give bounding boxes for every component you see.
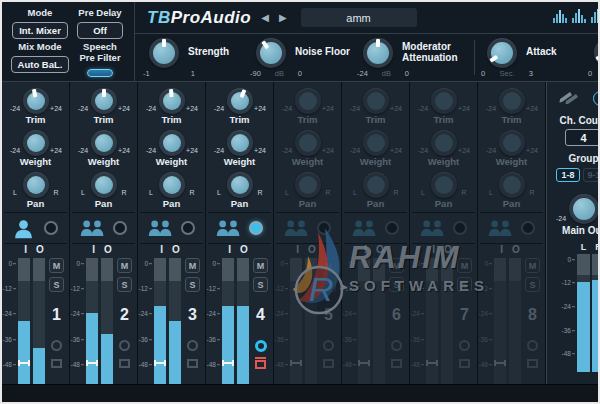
mute-button[interactable]: M	[525, 258, 540, 273]
mute-button[interactable]: M	[185, 258, 200, 273]
open-mic-indicator	[323, 340, 334, 351]
channel-select-radio[interactable]	[317, 221, 331, 235]
preset-selector[interactable]: amm	[301, 8, 417, 27]
solo-button[interactable]: S	[389, 277, 404, 292]
participants-icon[interactable]	[284, 220, 309, 237]
mute-button[interactable]: M	[117, 258, 132, 273]
gate-threshold-marker[interactable]	[426, 362, 438, 364]
weight-knob[interactable]	[431, 130, 457, 156]
mute-button[interactable]: M	[253, 258, 268, 273]
attack-knob[interactable]	[487, 38, 517, 68]
channel-select-radio[interactable]	[113, 221, 127, 235]
gate-threshold-marker[interactable]	[494, 362, 506, 364]
noise-floor-knob[interactable]	[256, 38, 286, 68]
pan-knob[interactable]	[23, 172, 49, 198]
trim-knob[interactable]	[227, 88, 253, 114]
mix-mode-select-button[interactable]: Auto BaL.	[11, 56, 70, 73]
gate-threshold-marker[interactable]	[358, 362, 370, 364]
participants-icon[interactable]	[488, 220, 513, 237]
solo-button[interactable]: S	[321, 277, 336, 292]
speech-pre-filter-label: Speech Pre Filter	[79, 42, 120, 64]
preset-prev-icon[interactable]: ◀	[261, 12, 269, 23]
gate-threshold-marker[interactable]	[222, 362, 234, 364]
weight-knob[interactable]	[23, 130, 49, 156]
solo-button[interactable]: S	[49, 277, 64, 292]
hold-knob[interactable]	[594, 38, 600, 68]
participants-icon[interactable]	[216, 220, 241, 237]
channel-select-radio[interactable]	[521, 221, 535, 235]
weight-knob[interactable]	[499, 130, 525, 156]
mute-button[interactable]: M	[457, 258, 472, 273]
weight-control: -24 +24 Weight	[77, 130, 131, 172]
solo-button[interactable]: S	[185, 277, 200, 292]
weight-control: -24 +24 Weight	[9, 130, 63, 172]
weight-knob[interactable]	[91, 130, 117, 156]
solo-button[interactable]: S	[117, 277, 132, 292]
gate-threshold-marker[interactable]	[86, 362, 98, 364]
pan-knob[interactable]	[431, 172, 457, 198]
channel-select-radio[interactable]	[181, 221, 195, 235]
solo-button[interactable]: S	[525, 277, 540, 292]
weight-knob[interactable]	[159, 130, 185, 156]
solo-button[interactable]: S	[457, 277, 472, 292]
channel-number: 7	[460, 306, 469, 324]
moderator-attenuation-knob[interactable]	[363, 38, 393, 68]
strength-knob[interactable]	[149, 38, 179, 68]
speech-pre-filter-toggle[interactable]	[87, 69, 113, 77]
preset-next-icon[interactable]: ▶	[279, 12, 287, 23]
trim-knob[interactable]	[431, 88, 457, 114]
channel-select-radio[interactable]	[385, 221, 399, 235]
channel-select-radio[interactable]	[453, 221, 467, 235]
pan-label: Pan	[27, 198, 44, 209]
trim-knob[interactable]	[499, 88, 525, 114]
trim-knob[interactable]	[159, 88, 185, 114]
mute-button[interactable]: M	[389, 258, 404, 273]
pan-knob[interactable]	[227, 172, 253, 198]
trim-knob[interactable]	[23, 88, 49, 114]
trim-knob[interactable]	[363, 88, 389, 114]
main-out-label: Main Out	[562, 225, 600, 236]
weight-knob[interactable]	[227, 130, 253, 156]
pens-icon[interactable]	[559, 89, 579, 108]
mode-select-button[interactable]: Int. Mixer	[12, 22, 68, 39]
channel-select-radio[interactable]	[44, 221, 58, 235]
pan-knob[interactable]	[159, 172, 185, 198]
right-meter-label: R	[595, 242, 600, 254]
gate-threshold-marker[interactable]	[18, 362, 30, 364]
plugin-window: Mode Int. Mixer Mix Mode Auto BaL. Pre D…	[0, 0, 600, 404]
solo-button[interactable]: S	[253, 277, 268, 292]
channel-select-radio[interactable]	[249, 221, 263, 235]
participants-icon[interactable]	[148, 220, 173, 237]
ch-count-value[interactable]: 4	[565, 129, 600, 146]
weight-knob[interactable]	[295, 130, 321, 156]
trim-knob[interactable]	[295, 88, 321, 114]
io-label: I O	[500, 244, 522, 258]
pan-knob[interactable]	[91, 172, 117, 198]
participants-icon[interactable]	[352, 220, 377, 237]
io-label: I O	[24, 244, 46, 258]
weight-label: Weight	[88, 156, 120, 167]
main-out-knob[interactable]	[569, 194, 599, 224]
pan-knob[interactable]	[499, 172, 525, 198]
pan-label: Pan	[435, 198, 452, 209]
participants-icon[interactable]	[80, 220, 105, 237]
mute-button[interactable]: M	[321, 258, 336, 273]
weight-knob[interactable]	[363, 130, 389, 156]
open-mic-indicator	[119, 340, 130, 351]
channel-number: 5	[324, 306, 333, 324]
info-icon[interactable]: i	[593, 91, 600, 106]
participants-icon[interactable]	[420, 220, 445, 237]
weight-label: Weight	[428, 156, 460, 167]
group-9-16-button[interactable]: 9-16	[583, 168, 600, 182]
channel-meters: 0-12 -24-36 -48 M S 3	[140, 258, 203, 384]
gate-threshold-marker[interactable]	[290, 362, 302, 364]
moderator-person-icon[interactable]	[13, 218, 34, 239]
gate-threshold-marker[interactable]	[154, 362, 166, 364]
pre-delay-button[interactable]: Off	[77, 22, 123, 39]
meter-scale: 0-12 -24-36 -48	[209, 258, 220, 384]
group-1-8-button[interactable]: 1-8	[556, 168, 579, 182]
mute-button[interactable]: M	[49, 258, 64, 273]
pan-knob[interactable]	[295, 172, 321, 198]
trim-knob[interactable]	[91, 88, 117, 114]
pan-knob[interactable]	[363, 172, 389, 198]
